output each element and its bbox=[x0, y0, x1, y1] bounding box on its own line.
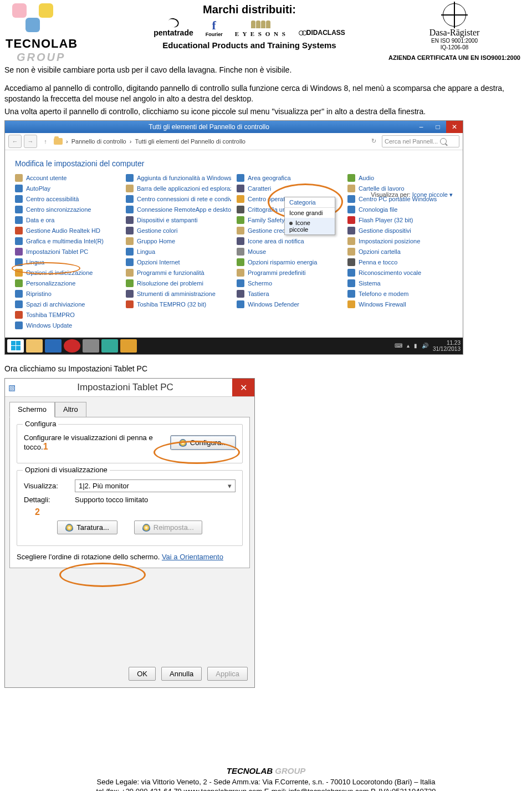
cp-item[interactable]: Strumenti di amministrazione bbox=[126, 289, 231, 298]
cp-item[interactable]: Barra delle applicazioni ed esplorazio..… bbox=[126, 184, 231, 193]
keyboard-icon[interactable]: ⌨ bbox=[395, 343, 402, 349]
cp-item[interactable]: Lingua bbox=[126, 247, 231, 256]
reset-button[interactable]: Reimposta... bbox=[134, 520, 202, 534]
group-display-options: Opzioni di visualizzazione Visualizza: 1… bbox=[17, 470, 243, 546]
ok-button[interactable]: OK bbox=[129, 667, 156, 681]
cp-item[interactable]: Flash Player (32 bit) bbox=[347, 216, 453, 224]
back-button[interactable]: ← bbox=[8, 135, 22, 148]
logo-block: TECNOLAB GROUP bbox=[6, 3, 116, 64]
tab-schermo[interactable]: Schermo bbox=[9, 402, 55, 417]
cp-item[interactable]: Tastiera bbox=[237, 289, 342, 298]
cp-item-icon bbox=[15, 174, 23, 182]
system-tray[interactable]: ⌨ ▴ ▮ 🔊 11.23 31/12/2013 bbox=[395, 340, 461, 352]
brand-row: pentatrade fFourier E Y E S O N S DIDACL… bbox=[116, 18, 382, 37]
apply-button[interactable]: Applica bbox=[207, 667, 248, 681]
calibrate-button[interactable]: Taratura... bbox=[57, 520, 117, 534]
cp-item[interactable]: Windows Firewall bbox=[347, 300, 453, 309]
cp-item[interactable]: Riconoscimento vocale bbox=[347, 268, 453, 277]
cp-item[interactable]: Spazi di archiviazione bbox=[15, 300, 120, 309]
cp-item[interactable]: Icone area di notifica bbox=[237, 237, 342, 246]
cp-item[interactable]: Account utente bbox=[15, 173, 120, 182]
cp-item[interactable] bbox=[237, 321, 342, 330]
display-select[interactable]: 1|2. Più monitor bbox=[75, 479, 236, 492]
cp-item[interactable]: Opzioni Internet bbox=[126, 258, 231, 267]
close-button[interactable]: ✕ bbox=[232, 379, 254, 396]
cp-item[interactable]: Personalizzazione bbox=[15, 279, 120, 288]
taskbar-app-icon[interactable] bbox=[45, 339, 62, 353]
cp-item[interactable]: Impostazioni Tablet PC bbox=[15, 247, 120, 256]
orientation-link[interactable]: Vai a Orientamento bbox=[162, 553, 223, 561]
cp-item[interactable] bbox=[126, 321, 231, 330]
cp-item-icon bbox=[347, 269, 355, 277]
cp-item[interactable]: Opzioni risparmio energia bbox=[237, 258, 342, 267]
taskbar: ⌨ ▴ ▮ 🔊 11.23 31/12/2013 bbox=[5, 338, 463, 354]
cp-item[interactable] bbox=[347, 310, 453, 319]
cp-item[interactable] bbox=[237, 310, 342, 319]
cp-item[interactable]: Data e ora bbox=[15, 216, 120, 224]
cp-item-icon bbox=[15, 206, 23, 213]
cp-item[interactable]: Opzioni cartella bbox=[347, 247, 453, 256]
cp-item[interactable]: Telefono e modem bbox=[347, 289, 453, 298]
highlight-ellipse-tabletpc bbox=[12, 262, 80, 274]
cp-item[interactable]: Ripristino bbox=[15, 289, 120, 298]
taskbar-app-icon[interactable] bbox=[64, 339, 80, 353]
cp-item[interactable] bbox=[126, 310, 231, 319]
cp-item[interactable]: AutoPlay bbox=[15, 184, 120, 193]
cp-item[interactable]: Sistema bbox=[347, 279, 453, 288]
cp-item[interactable]: Windows Update bbox=[15, 321, 120, 330]
volume-icon[interactable]: 🔊 bbox=[422, 343, 428, 349]
cp-item[interactable]: Windows Defender bbox=[237, 300, 342, 309]
cp-item[interactable]: Programmi e funzionalità bbox=[126, 268, 231, 277]
network-icon[interactable]: ▮ bbox=[414, 343, 417, 349]
cp-item[interactable]: Gestione colori bbox=[126, 226, 231, 235]
cp-item[interactable]: Centro accessibilità bbox=[15, 195, 120, 203]
cancel-button[interactable]: Annulla bbox=[161, 667, 202, 681]
cp-item-icon bbox=[347, 174, 355, 182]
cp-item[interactable]: Cronologia file bbox=[347, 205, 453, 214]
cp-item[interactable]: Gestione dispositivi bbox=[347, 226, 453, 235]
paragraph-4: Ora clicchiamo su Impostazioni Tablet PC bbox=[0, 363, 532, 375]
cp-item-icon bbox=[237, 290, 244, 298]
paragraph-2: Accediamo al pannello di controllo, digi… bbox=[0, 82, 532, 105]
cp-item[interactable]: Mouse bbox=[237, 247, 342, 256]
breadcrumb[interactable]: › Pannello di controllo › Tutti gli elem… bbox=[54, 138, 365, 145]
cp-item[interactable]: Grafica e multimedia Intel(R) bbox=[15, 237, 120, 246]
cp-item[interactable]: Area geografica bbox=[237, 173, 342, 182]
cp-item[interactable]: Toshiba TEMPRO bbox=[15, 310, 120, 319]
search-input[interactable]: Cerca nel Pannell... bbox=[382, 135, 459, 147]
cp-item-icon bbox=[126, 174, 134, 182]
dasa-name: Dasa-Rägister bbox=[382, 28, 526, 38]
cp-item[interactable]: Gruppo Home bbox=[126, 237, 231, 246]
cp-item[interactable]: Centro connessioni di rete e condivis... bbox=[126, 195, 231, 203]
maximize-button[interactable]: □ bbox=[429, 121, 446, 133]
logo-icon bbox=[6, 3, 61, 35]
cp-item[interactable]: Impostazioni posizione bbox=[347, 237, 453, 246]
cp-item[interactable]: Schermo bbox=[237, 279, 342, 288]
forward-button[interactable]: → bbox=[24, 135, 37, 148]
cp-item[interactable]: Connessione RemoteApp e desktop bbox=[126, 205, 231, 214]
cp-item[interactable]: Programmi predefiniti bbox=[237, 268, 342, 277]
viewby-dropdown[interactable]: Categoria Icone grandi Icone piccole bbox=[284, 197, 335, 235]
start-button[interactable] bbox=[7, 339, 24, 353]
cp-item[interactable]: Audio bbox=[347, 173, 453, 182]
tab-altro[interactable]: Altro bbox=[55, 402, 86, 417]
taskbar-app-icon[interactable] bbox=[101, 339, 118, 353]
taskbar-app-icon[interactable] bbox=[83, 339, 99, 353]
folder-icon bbox=[54, 138, 63, 145]
cp-item-icon bbox=[126, 290, 134, 298]
cp-item[interactable]: Toshiba TEMPRO (32 bit) bbox=[126, 300, 231, 309]
cp-item[interactable]: Gestione Audio Realtek HD bbox=[15, 226, 120, 235]
up-button[interactable]: ↑ bbox=[39, 135, 52, 147]
cp-item[interactable]: Centro sincronizzazione bbox=[15, 205, 120, 214]
view-by[interactable]: Visualizza per: Icone piccole ▾ bbox=[371, 191, 453, 198]
cp-item[interactable]: Dispositivi e stampanti bbox=[126, 216, 231, 224]
taskbar-explorer-icon[interactable] bbox=[26, 339, 43, 353]
minimize-button[interactable]: – bbox=[413, 121, 429, 133]
refresh-button[interactable]: ↻ bbox=[367, 135, 380, 147]
close-button[interactable]: ✕ bbox=[446, 121, 463, 133]
cp-item[interactable] bbox=[347, 321, 453, 330]
cp-item[interactable]: Penna e tocco bbox=[347, 258, 453, 267]
taskbar-app-icon[interactable] bbox=[120, 339, 137, 353]
cp-item[interactable]: Risoluzione dei problemi bbox=[126, 279, 231, 288]
cp-item[interactable]: Aggiunta di funzionalità a Windows ... bbox=[126, 173, 231, 182]
